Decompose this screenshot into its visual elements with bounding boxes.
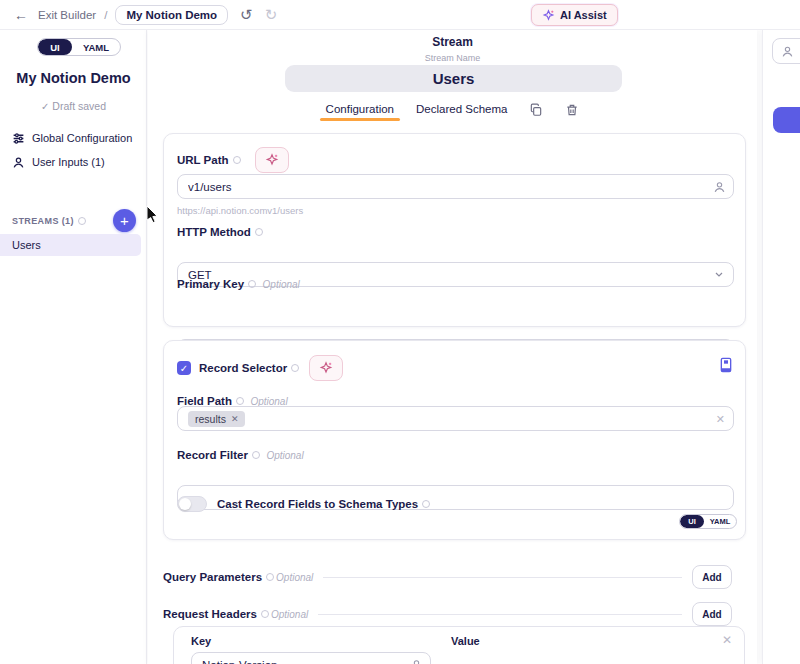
sidebar-mode-toggle[interactable]: UI YAML (37, 38, 121, 56)
query-parameters-label: Query Parameters (163, 571, 274, 583)
cast-fields-label: Cast Record Fields to Schema Types (217, 498, 430, 510)
record-selector-ai-button[interactable] (309, 355, 343, 381)
field-path-taginput[interactable]: results ✕ (177, 406, 734, 431)
stream-name-label: Stream Name (148, 53, 757, 63)
info-icon (266, 573, 274, 581)
clear-input-icon[interactable]: ✕ (716, 412, 725, 425)
record-filter-label: Record Filter (177, 449, 260, 461)
draft-status: ✓Draft saved (0, 100, 147, 112)
value-label: Value (451, 635, 480, 647)
request-headers-label: Request Headers (163, 608, 269, 620)
requester-card: URL Path https://api.notion.comv1/users … (163, 133, 746, 327)
tab-configuration[interactable]: Configuration (326, 103, 394, 121)
project-name-box[interactable]: My Notion Demo (115, 5, 228, 25)
stream-config-panel: Stream Stream Name Configuration Declare… (148, 30, 757, 664)
sidebar-stream-users[interactable]: Users (0, 234, 141, 256)
record-selector-checkbox[interactable]: ✓ (177, 361, 191, 375)
breadcrumb-separator: / (104, 9, 107, 21)
optional-hint: Optional (263, 279, 300, 290)
request-header-row: ✕ Key Value (173, 626, 745, 664)
streams-header: STREAMS (1) (12, 216, 86, 226)
connector-title: My Notion Demo (0, 70, 147, 86)
remove-tag-icon[interactable]: ✕ (231, 414, 239, 424)
info-icon (248, 280, 256, 288)
info-icon (252, 451, 260, 459)
panel-title: Stream (148, 35, 757, 49)
divider (323, 577, 682, 578)
delete-stream-icon[interactable] (565, 103, 579, 117)
optional-hint: Optional (276, 572, 313, 583)
user-input-icon[interactable] (713, 180, 726, 193)
test-button[interactable] (773, 107, 800, 133)
chevron-down-icon (713, 268, 726, 281)
record-selector-label: Record Selector (199, 362, 299, 374)
remove-header-icon[interactable]: ✕ (722, 633, 732, 647)
copy-icon[interactable] (529, 103, 543, 117)
undo-icon[interactable]: ↺ (240, 6, 253, 24)
key-label: Key (191, 635, 211, 647)
sidebar-item-user-inputs[interactable]: User Inputs (1) (8, 151, 141, 173)
tab-declared-schema[interactable]: Declared Schema (416, 103, 507, 121)
optional-hint: Optional (271, 609, 308, 620)
stream-tabs: Configuration Declared Schema (148, 103, 757, 121)
docs-panel-icon[interactable] (719, 357, 733, 373)
sidebar: UI YAML My Notion Demo ✓Draft saved Glob… (0, 30, 147, 664)
ai-assist-label: AI Assist (560, 9, 607, 21)
cast-fields-toggle[interactable] (177, 496, 207, 512)
testing-panel (762, 30, 800, 664)
add-request-header-button[interactable]: Add (692, 602, 732, 626)
url-preview: https://api.notion.comv1/users (177, 205, 303, 216)
primary-key-label: Primary Key (177, 278, 256, 290)
user-input-icon[interactable] (410, 658, 423, 664)
record-selector-card: ✓ Record Selector Field Path Optio (163, 340, 746, 540)
top-bar: ← Exit Builder / My Notion Demo ↺ ↻ AI A… (0, 0, 800, 30)
add-query-parameter-button[interactable]: Add (692, 565, 732, 589)
stream-name-input[interactable] (285, 65, 622, 92)
divider (318, 614, 682, 615)
info-icon (78, 217, 86, 225)
mode-ui[interactable]: UI (680, 515, 704, 528)
info-icon (255, 228, 263, 236)
ai-assist-button[interactable]: AI Assist (531, 4, 618, 26)
query-parameters-section: Query Parameters Optional Add (163, 564, 746, 590)
person-icon (12, 156, 25, 169)
exit-builder-link[interactable]: Exit Builder (38, 9, 96, 21)
redo-icon[interactable]: ↻ (265, 6, 278, 24)
info-icon (261, 610, 269, 618)
http-method-label: HTTP Method (177, 226, 263, 238)
add-stream-button[interactable]: + (113, 209, 136, 232)
url-path-input[interactable] (177, 174, 734, 199)
url-path-ai-button[interactable] (255, 147, 289, 173)
mode-yaml[interactable]: YAML (704, 515, 736, 528)
url-path-label: URL Path (177, 154, 241, 166)
info-icon (233, 156, 241, 164)
request-headers-section: Request Headers Optional Add (163, 601, 746, 627)
header-key-input[interactable] (191, 652, 431, 664)
check-icon: ✓ (41, 101, 49, 112)
sidebar-item-label: User Inputs (1) (32, 156, 105, 168)
info-icon (422, 500, 430, 508)
sliders-icon (12, 132, 25, 145)
optional-hint: Optional (266, 450, 303, 461)
testing-values-input[interactable] (772, 38, 800, 64)
info-icon (291, 364, 299, 372)
sparkle-icon (542, 9, 555, 22)
sidebar-item-global-configuration[interactable]: Global Configuration (8, 127, 141, 149)
tag-pill: results ✕ (188, 411, 245, 427)
info-icon (236, 397, 244, 405)
back-arrow-icon[interactable]: ← (14, 7, 28, 23)
mode-ui[interactable]: UI (38, 39, 72, 55)
card-mode-toggle[interactable]: UI YAML (679, 514, 737, 529)
mode-yaml[interactable]: YAML (72, 39, 120, 55)
sidebar-item-label: Global Configuration (32, 132, 132, 144)
